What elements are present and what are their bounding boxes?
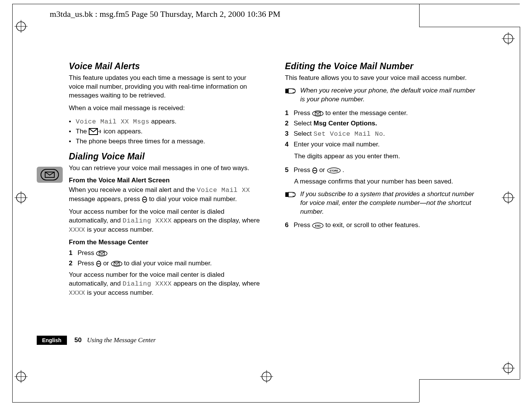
- dvm-p2-lcd: Voice Mail XX: [197, 187, 250, 194]
- crop-line-left: [12, 4, 13, 402]
- dvm-ol-2: 2 Press or to dial your voice mail numbe…: [69, 258, 262, 268]
- crop-line-bottom: [12, 402, 419, 403]
- dvm-ol-2-a: Press: [78, 260, 96, 267]
- dvm-p4-lcd2: XXXX: [69, 289, 85, 297]
- note-default-number-text: When you receive your phone, the default…: [300, 86, 478, 104]
- svg-point-36: [312, 111, 323, 116]
- evm-ol-5-c: .: [342, 166, 344, 174]
- note-hand-icon: [285, 191, 296, 216]
- envelope-sound-icon: [89, 128, 104, 135]
- note-shortcut-number: If you subscribe to a system that provid…: [285, 190, 478, 216]
- evm-ol-4-text: Enter your voice mail number.: [294, 141, 380, 148]
- evm-ol-3: 3 Select Set Voice Mail No.: [285, 128, 478, 139]
- evm-ol-2-num: 2: [285, 118, 292, 128]
- dvm-p4-b: appears on the display, where: [172, 280, 260, 287]
- evm-ol-2: 2 Select Msg Center Options.: [285, 118, 478, 128]
- footer-language-badge: English: [37, 336, 67, 345]
- dvm-p3: Your access number for the voice mail ce…: [69, 208, 262, 235]
- page: m3tda_us.bk : msg.fm5 Page 50 Thursday, …: [0, 0, 532, 406]
- envelope-key-icon: [111, 260, 124, 267]
- dvm-p3-b: appears on the display, where: [172, 217, 260, 224]
- left-column: Voice Mail Alerts This feature updates y…: [69, 61, 262, 302]
- dvm-p3-lcd2: XXXX: [69, 226, 85, 234]
- vma-b1-lcd: Voice Mail XX Msgs: [76, 118, 150, 125]
- evm-ol-5-sub: A message confirms that your number has …: [294, 177, 478, 186]
- evm-ol-2-bold: Msg Center Options.: [314, 120, 377, 127]
- dvm-ol-1-a: Press: [78, 249, 96, 257]
- dvm-p4: Your access number for the voice mail ce…: [69, 271, 262, 298]
- evm-ol-1-b: to enter the message center.: [325, 109, 408, 117]
- theta-key-icon: [312, 166, 319, 174]
- svg-text:END: END: [315, 224, 321, 227]
- heading-editing-voice-mail-number: Editing the Voice Mail Number: [285, 61, 478, 71]
- svg-text:STORE: STORE: [329, 169, 338, 172]
- evm-ol-3-num: 3: [285, 128, 292, 139]
- vma-bullet-2: The icon appears.: [69, 127, 262, 136]
- dvm-p4-c: is your access number.: [85, 289, 154, 296]
- evm-ol-5-b: or: [319, 166, 327, 174]
- end-key-icon: END: [312, 221, 325, 229]
- evm-ol-1-num: 1: [285, 108, 292, 118]
- evm-p1: This feature allows you to save your voi…: [285, 74, 478, 83]
- evm-ol-5-a: Press: [294, 166, 312, 174]
- heading-from-alert-screen: From the Voice Mail Alert Screen: [69, 177, 262, 184]
- heading-voice-mail-alerts: Voice Mail Alerts: [69, 61, 262, 71]
- vma-b2-b: icon appears.: [104, 128, 143, 135]
- registration-mark-bottom-center: [260, 370, 273, 383]
- heading-from-message-center: From the Message Center: [69, 239, 262, 246]
- evm-ol-4-num: 4: [285, 139, 292, 149]
- crop-line-bottom-notch: [419, 379, 420, 402]
- envelope-key-icon: [312, 109, 325, 117]
- footer: English 50 Using the Message Center: [37, 336, 156, 345]
- evm-ol: 1 Press to enter the message center. 2 S…: [285, 108, 478, 150]
- evm-ol-6-a: Press: [294, 221, 312, 229]
- vma-bullet-1: Voice Mail XX Msgs appears.: [69, 117, 262, 127]
- dvm-ol: 1 Press 2 Press or to: [69, 248, 262, 268]
- footer-page-number: 50: [75, 336, 82, 344]
- crop-line-top-right: [419, 27, 520, 27]
- evm-ol-b: 5 Press or STORE .: [285, 165, 478, 175]
- footer-section-title: Using the Message Center: [87, 336, 156, 344]
- vma-bullets: Voice Mail XX Msgs appears. The icon app…: [69, 117, 262, 146]
- evm-ol-5: 5 Press or STORE .: [285, 165, 478, 175]
- evm-ol-3-a: Select: [294, 130, 314, 137]
- store-key-icon: STORE: [327, 166, 343, 174]
- registration-mark-top-left: [15, 20, 28, 33]
- svg-point-24: [99, 131, 100, 132]
- vma-when: When a voice mail message is received:: [69, 104, 262, 113]
- evm-ol-3-dot: .: [383, 130, 385, 137]
- crop-line-right: [520, 27, 520, 379]
- vma-b1-tail: appears.: [150, 118, 177, 125]
- heading-dialing-voice-mail: Dialing Voice Mail: [69, 151, 262, 162]
- evm-ol-4-sub: The digits appear as you enter them.: [294, 152, 478, 161]
- evm-ol-1: 1 Press to enter the message center.: [285, 108, 478, 118]
- dvm-p2-a: When you receive a voice mail alert and …: [69, 186, 197, 193]
- crop-line-bottom-right: [419, 379, 520, 380]
- side-tab: [37, 167, 63, 183]
- crop-line-top-notch: [419, 4, 420, 27]
- registration-mark-top-right: [502, 32, 515, 45]
- svg-point-27: [96, 251, 107, 256]
- evm-ol-6-b: to exit, or scroll to other features.: [325, 221, 420, 229]
- envelope-key-icon: [96, 249, 107, 257]
- note-shortcut-number-text: If you subscribe to a system that provid…: [300, 190, 478, 216]
- registration-mark-bottom-left: [15, 370, 28, 383]
- svg-point-31: [111, 261, 122, 266]
- right-column: Editing the Voice Mail Number This featu…: [285, 61, 478, 302]
- dvm-ol-2-c: to dial your voice mail number.: [124, 260, 212, 267]
- envelope-tab-icon: [41, 169, 59, 180]
- dvm-p4-lcd: Dialing XXXX: [122, 280, 171, 287]
- dvm-p3-c: is your access number.: [85, 226, 154, 233]
- evm-ol-2-a: Select: [294, 120, 314, 127]
- evm-ol-3-lcd: Set Voice Mail No: [314, 130, 383, 138]
- vma-b2-a: The: [76, 128, 89, 135]
- running-header: m3tda_us.bk : msg.fm5 Page 50 Thursday, …: [50, 9, 280, 19]
- registration-mark-mid-right: [502, 191, 515, 204]
- dvm-p1: You can retrieve your voice mail message…: [69, 164, 262, 173]
- theta-key-icon: [142, 195, 149, 203]
- dvm-p3-lcd: Dialing XXXX: [122, 217, 171, 224]
- crop-line-top: [12, 4, 520, 4]
- vma-desc: This feature updates you each time a mes…: [69, 74, 262, 100]
- evm-ol-6: 6 Press END to exit, or scroll to other …: [285, 220, 478, 230]
- evm-ol-c: 6 Press END to exit, or scroll to other …: [285, 220, 478, 230]
